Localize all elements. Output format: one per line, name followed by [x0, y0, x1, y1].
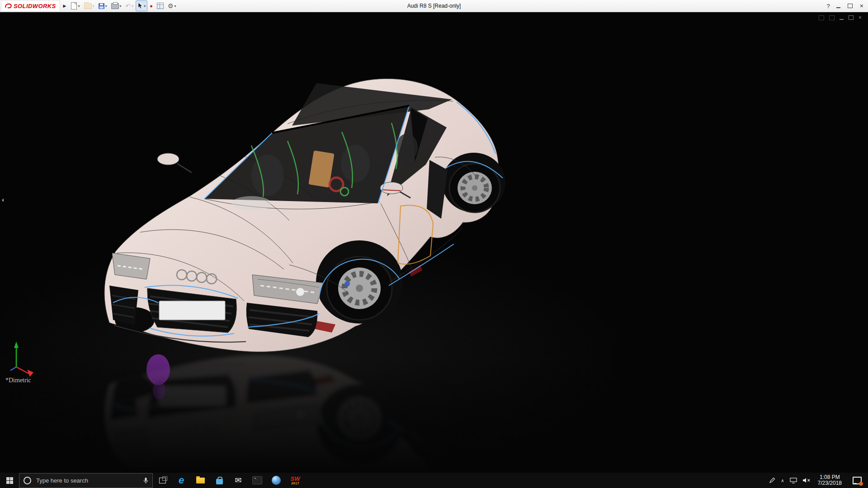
clock-date: 7/23/2018 — [818, 480, 842, 486]
undo-caret[interactable]: ▾ — [132, 4, 133, 8]
select-tool-button[interactable]: ▾ — [136, 0, 147, 11]
store-button[interactable] — [210, 473, 229, 488]
help-button[interactable]: ? — [827, 3, 830, 9]
window-title: Audi R8 S [Read-only] — [407, 0, 461, 12]
tray-expand-chevron[interactable]: ∧ — [781, 478, 784, 483]
record-macro-icon: ● — [150, 4, 153, 9]
volume-muted-icon[interactable] — [802, 478, 811, 483]
window-controls: × — [836, 3, 863, 9]
feature-manager-collapse-arrow[interactable] — [0, 194, 4, 206]
terminal-button[interactable] — [248, 473, 267, 488]
standard-toolbar: ▾ ▾ ▾ ▾ ↶ ▾ ▾ ● ⚙ — [69, 0, 178, 11]
new-document-icon — [71, 2, 77, 9]
microphone-icon[interactable] — [143, 477, 148, 484]
edge-icon: e — [179, 475, 184, 485]
doc-minimize-button[interactable] — [840, 15, 844, 20]
ds-logo-icon — [5, 3, 12, 9]
toolbar-flyout-arrow[interactable]: ▶ — [60, 4, 70, 8]
taskbar-search-box[interactable] — [19, 473, 153, 488]
file-explorer-icon — [196, 478, 205, 483]
design-table-button[interactable] — [155, 0, 165, 11]
action-center-button[interactable] — [849, 473, 865, 488]
file-explorer-button[interactable] — [191, 473, 210, 488]
design-table-icon — [157, 3, 164, 9]
notification-badge — [859, 482, 863, 486]
printer-icon — [111, 3, 119, 9]
windows-ink-pen-icon[interactable] — [769, 477, 775, 483]
task-view-button[interactable] — [153, 473, 172, 488]
options-caret[interactable]: ▾ — [175, 4, 176, 8]
new-document-caret[interactable]: ▾ — [78, 4, 80, 8]
edge-button[interactable]: e — [172, 473, 191, 488]
solidworks-logo: SOLIDWORKS — [1, 0, 60, 12]
solidworks-logo-text: SOLIDWORKS — [14, 3, 56, 9]
open-button[interactable]: ▾ — [82, 0, 96, 11]
mail-button[interactable]: ✉ — [229, 473, 248, 488]
taskbar-clock[interactable]: 1:08 PM 7/23/2018 — [816, 474, 844, 486]
action-center-icon — [853, 477, 862, 484]
titlebar: SOLIDWORKS ▶ ▾ ▾ ▾ ▾ ↶ ▾ ▾ — [0, 0, 868, 12]
record-macro-button[interactable]: ● — [148, 0, 155, 11]
select-cursor-icon — [137, 2, 143, 9]
save-caret[interactable]: ▾ — [105, 4, 107, 8]
print-button[interactable]: ▾ — [109, 0, 123, 11]
blue-sphere-app-icon — [272, 476, 281, 485]
graphics-viewport[interactable]: × *Dimetric — [0, 12, 868, 473]
store-bag-icon — [216, 479, 223, 484]
open-folder-icon — [84, 3, 92, 9]
start-button[interactable] — [0, 473, 19, 488]
system-tray: ∧ 1:08 PM 7/23/2018 — [769, 473, 868, 488]
network-icon[interactable] — [790, 478, 797, 483]
options-button[interactable]: ⚙ ▾ — [166, 0, 178, 11]
titlebar-right: ? × — [827, 3, 868, 9]
minimize-button[interactable] — [836, 4, 840, 8]
windows-logo-icon — [6, 477, 13, 484]
doc-tile-icon[interactable] — [829, 15, 835, 20]
windows-taskbar: e ✉ SW 2017 ∧ 1:08 PM 7/23/2018 — [0, 473, 868, 488]
close-button[interactable]: × — [860, 3, 863, 9]
undo-icon: ↶ — [126, 3, 131, 9]
task-view-icon — [159, 478, 166, 483]
restore-button[interactable] — [848, 4, 853, 8]
select-caret[interactable]: ▾ — [144, 4, 146, 8]
doc-close-button[interactable]: × — [859, 15, 862, 20]
save-floppy-icon — [99, 3, 104, 9]
print-caret[interactable]: ▾ — [120, 4, 122, 8]
search-input[interactable] — [35, 477, 139, 484]
document-window-controls: × — [819, 15, 862, 20]
terminal-icon — [252, 476, 262, 484]
doc-cascade-icon[interactable] — [819, 15, 824, 20]
car-model-render — [0, 12, 868, 473]
open-caret[interactable]: ▾ — [93, 4, 94, 8]
save-button[interactable]: ▾ — [97, 0, 109, 11]
view-orientation-label: *Dimetric — [5, 377, 31, 384]
solidworks-taskbar-button[interactable]: SW 2017 — [286, 473, 305, 488]
mail-envelope-icon: ✉ — [235, 476, 241, 484]
options-gear-icon: ⚙ — [168, 3, 174, 9]
new-document-button[interactable]: ▾ — [69, 0, 81, 11]
undo-button[interactable]: ↶ ▾ — [124, 0, 136, 11]
cortana-icon — [24, 477, 31, 484]
app-sphere-button[interactable] — [267, 473, 286, 488]
doc-restore-button[interactable] — [849, 15, 854, 20]
solidworks-2017-icon: SW 2017 — [291, 476, 300, 485]
